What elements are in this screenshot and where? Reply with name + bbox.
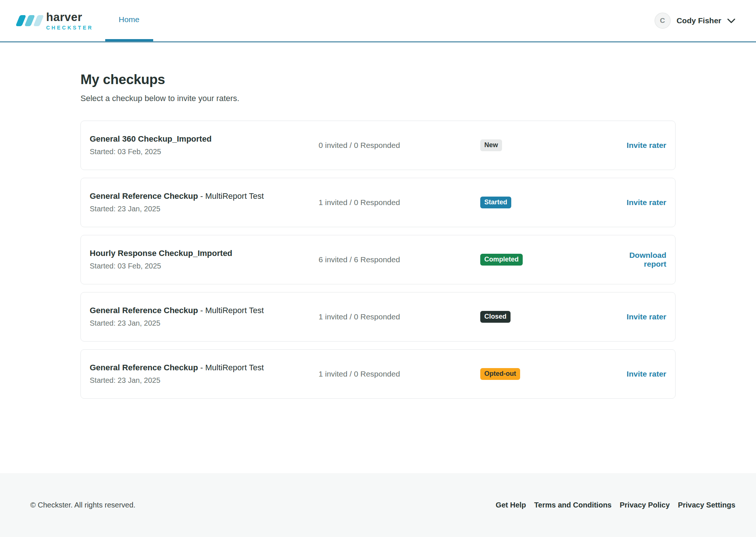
avatar: C	[654, 13, 671, 29]
copyright-text: © Checkster. All rights reserved.	[30, 501, 135, 509]
invited-responded-count: 1 invited / 0 Responded	[319, 198, 480, 207]
checkup-card: Hourly Response Checkup_Imported Started…	[80, 235, 676, 284]
status-cell: New	[480, 139, 606, 151]
main-content: My checkups Select a checkup below to in…	[0, 42, 756, 473]
footer-link-terms[interactable]: Terms and Conditions	[534, 501, 612, 509]
user-name: Cody Fisher	[677, 16, 721, 25]
status-cell: Started	[480, 197, 606, 208]
checkup-start-date: Started: 23 Jan, 2025	[90, 319, 319, 328]
checkup-start-date: Started: 23 Jan, 2025	[90, 376, 319, 385]
status-cell: Opted-out	[480, 368, 606, 380]
invited-responded-count: 1 invited / 0 Responded	[319, 312, 480, 321]
checkup-start-date: Started: 03 Feb, 2025	[90, 262, 319, 270]
checkup-title: Hourly Response Checkup_Imported	[90, 249, 232, 258]
checkup-action-link[interactable]: Download report	[629, 251, 666, 268]
action-cell: Invite rater	[606, 198, 666, 207]
footer: © Checkster. All rights reserved. Get He…	[0, 473, 756, 537]
action-cell: Invite rater	[606, 141, 666, 150]
logo-brand-text: harver	[46, 11, 93, 23]
checkup-title: General 360 Checkup_Imported	[90, 134, 212, 143]
footer-links: Get Help Terms and Conditions Privacy Po…	[496, 501, 735, 509]
harver-checkster-logo: harver CHECKSTER	[18, 0, 93, 41]
checkup-info: General Reference Checkup - MultiReport …	[90, 306, 319, 327]
chevron-down-icon	[727, 18, 735, 23]
checkup-start-date: Started: 03 Feb, 2025	[90, 148, 319, 156]
header: harver CHECKSTER Home C Cody Fisher	[0, 0, 756, 42]
status-badge: Completed	[480, 254, 523, 266]
checkup-info: General Reference Checkup - MultiReport …	[90, 363, 319, 384]
invited-responded-count: 1 invited / 0 Responded	[319, 370, 480, 378]
logo-sub-text: CHECKSTER	[46, 25, 93, 30]
action-cell: Invite rater	[606, 312, 666, 321]
checkup-info: General 360 Checkup_Imported Started: 03…	[90, 135, 319, 156]
invited-responded-count: 6 invited / 6 Responded	[319, 255, 480, 264]
status-cell: Completed	[480, 254, 606, 266]
checkup-action-link[interactable]: Invite rater	[627, 312, 666, 321]
checkup-action-link[interactable]: Invite rater	[627, 198, 666, 207]
status-cell: Closed	[480, 311, 606, 323]
checkup-info: Hourly Response Checkup_Imported Started…	[90, 249, 319, 270]
checkup-action-link[interactable]: Invite rater	[627, 370, 666, 378]
status-badge: Opted-out	[480, 368, 520, 380]
checkup-title-suffix: - MultiReport Test	[198, 191, 264, 201]
main-nav: Home	[105, 0, 153, 41]
page-subtitle: Select a checkup below to invite your ra…	[80, 94, 676, 103]
checkup-title: General Reference Checkup	[90, 363, 198, 372]
status-badge: Started	[480, 197, 511, 208]
page-title: My checkups	[80, 72, 676, 87]
status-badge: New	[480, 139, 502, 151]
user-menu[interactable]: C Cody Fisher	[654, 0, 735, 41]
checkup-card: General Reference Checkup - MultiReport …	[80, 349, 676, 399]
checkup-card: General 360 Checkup_Imported Started: 03…	[80, 121, 676, 170]
footer-link-get-help[interactable]: Get Help	[496, 501, 526, 509]
logo-slashes-icon	[16, 15, 44, 26]
checkup-card: General Reference Checkup - MultiReport …	[80, 178, 676, 227]
status-badge: Closed	[480, 311, 511, 323]
checkup-action-link[interactable]: Invite rater	[627, 141, 666, 149]
footer-link-privacy-policy[interactable]: Privacy Policy	[620, 501, 670, 509]
checkup-title-suffix: - MultiReport Test	[198, 363, 264, 372]
invited-responded-count: 0 invited / 0 Responded	[319, 141, 480, 150]
checkup-card: General Reference Checkup - MultiReport …	[80, 292, 676, 342]
checkup-list: General 360 Checkup_Imported Started: 03…	[80, 121, 676, 399]
checkup-title-suffix: - MultiReport Test	[198, 306, 264, 315]
checkup-start-date: Started: 23 Jan, 2025	[90, 205, 319, 213]
action-cell: Download report	[606, 251, 666, 268]
checkup-title: General Reference Checkup	[90, 191, 198, 201]
checkup-title: General Reference Checkup	[90, 306, 198, 315]
tab-home[interactable]: Home	[105, 0, 153, 41]
checkup-info: General Reference Checkup - MultiReport …	[90, 192, 319, 213]
action-cell: Invite rater	[606, 370, 666, 378]
footer-link-privacy-settings[interactable]: Privacy Settings	[678, 501, 735, 509]
